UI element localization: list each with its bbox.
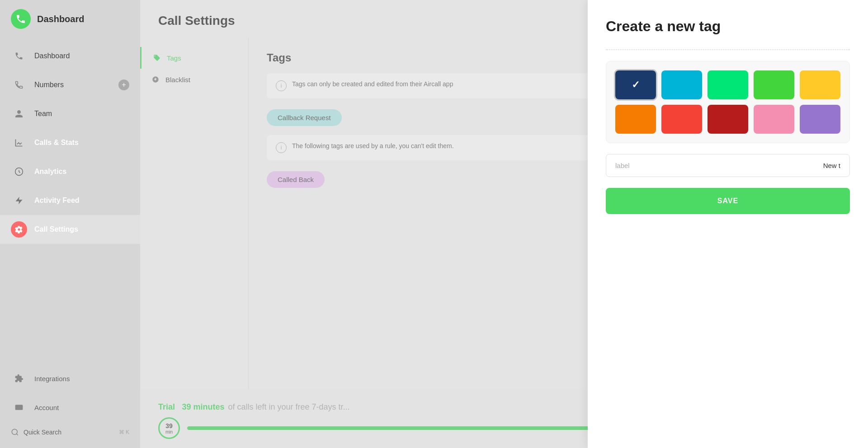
sidebar-bottom: Integrations Account Quick Search ⌘ K	[0, 359, 140, 448]
lightning-icon	[11, 192, 27, 209]
quick-search-shortcut: ⌘ K	[119, 429, 129, 435]
panel-divider	[606, 49, 850, 50]
color-swatch-green-mint[interactable]	[708, 70, 748, 99]
sidebar-item-label-activity-feed: Activity Feed	[34, 196, 80, 205]
color-swatch-pink[interactable]	[754, 105, 794, 134]
sidebar-item-analytics[interactable]: Analytics	[0, 157, 140, 186]
label-input-placeholder: label	[615, 162, 630, 169]
sidebar-item-dashboard[interactable]: Dashboard	[0, 42, 140, 70]
create-tag-title: Create a new tag	[606, 18, 850, 35]
check-icon: ✓	[632, 79, 640, 91]
sidebar-item-label-integrations: Integrations	[34, 375, 70, 383]
color-swatch-dark-blue[interactable]: ✓	[615, 70, 656, 99]
color-swatch-red-dark[interactable]	[708, 105, 748, 134]
sidebar-item-label-account: Account	[34, 404, 59, 411]
phone-icon	[11, 48, 27, 64]
sidebar-logo: Dashboard	[0, 0, 140, 38]
analytics-icon	[11, 163, 27, 180]
color-swatch-yellow[interactable]	[800, 70, 840, 99]
sidebar-navigation: Dashboard Numbers + Team Calls & Stats	[0, 38, 140, 359]
sidebar-item-integrations[interactable]: Integrations	[11, 366, 129, 391]
label-input-value: New t	[823, 162, 840, 169]
sidebar-item-calls-stats[interactable]: Calls & Stats	[0, 128, 140, 157]
main-content: Call Settings Close ✕ Tags Blacklis	[140, 0, 868, 448]
sidebar-item-label-team: Team	[34, 110, 52, 118]
id-card-icon	[11, 399, 27, 415]
person-icon	[11, 106, 27, 122]
save-button[interactable]: SAVE	[606, 188, 850, 214]
sidebar-item-label-numbers: Numbers	[34, 81, 64, 89]
sidebar-item-numbers[interactable]: Numbers +	[0, 70, 140, 99]
sidebar-item-call-settings[interactable]: Call Settings	[0, 215, 140, 244]
chart-icon	[11, 135, 27, 151]
sidebar-item-team[interactable]: Team	[0, 99, 140, 128]
sidebar: Dashboard Dashboard Numbers + Team	[0, 0, 140, 448]
sidebar-item-label-calls-stats: Calls & Stats	[34, 139, 79, 147]
svg-rect-1	[15, 405, 23, 410]
sidebar-item-activity-feed[interactable]: Activity Feed	[0, 186, 140, 215]
sidebar-item-account[interactable]: Account	[11, 395, 129, 420]
label-input-wrapper[interactable]: label New t	[606, 154, 850, 177]
puzzle-icon	[11, 370, 27, 387]
svg-point-3	[12, 429, 17, 434]
sidebar-logo-text: Dashboard	[37, 14, 84, 24]
color-swatch-purple[interactable]	[800, 105, 840, 134]
sidebar-item-label-analytics: Analytics	[34, 168, 66, 176]
quick-search-label: Quick Search	[24, 429, 61, 436]
color-swatch-cyan[interactable]	[661, 70, 702, 99]
create-tag-panel: Create a new tag ✓ la	[588, 0, 868, 448]
quick-search-bar[interactable]: Quick Search ⌘ K	[11, 424, 129, 441]
svg-point-2	[17, 406, 18, 408]
logo-icon	[11, 9, 31, 29]
color-swatch-green[interactable]	[754, 70, 794, 99]
color-swatch-orange[interactable]	[615, 105, 656, 134]
color-grid: ✓	[606, 61, 850, 143]
sidebar-item-label-dashboard: Dashboard	[34, 52, 70, 60]
sidebar-item-label-call-settings: Call Settings	[34, 225, 78, 233]
modal-overlay: Create a new tag ✓ la	[140, 0, 868, 448]
gear-icon	[11, 221, 27, 238]
add-number-button[interactable]: +	[118, 79, 129, 90]
color-swatch-red-bright[interactable]	[661, 105, 702, 134]
phone-outline-icon	[11, 77, 27, 93]
